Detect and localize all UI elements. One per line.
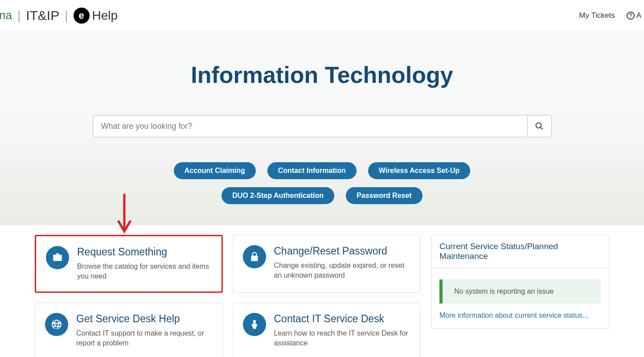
- card-desc: Contact IT support to make a request, or…: [76, 328, 213, 349]
- pill-account-claiming[interactable]: Account Claiming: [174, 162, 256, 179]
- org-logo-partial: na: [0, 8, 12, 22]
- svg-point-0: [536, 123, 541, 128]
- globe-icon: [45, 313, 68, 336]
- pill-password-reset[interactable]: Password Reset: [346, 187, 422, 204]
- card-body: Get Service Desk Help Contact IT support…: [76, 313, 213, 349]
- briefcase-icon: [46, 246, 69, 269]
- card-title: Request Something: [77, 246, 212, 258]
- hero-banner: Information Technology Account Claiming …: [0, 31, 644, 225]
- card-request-something[interactable]: Request Something Browse the catalog for…: [35, 235, 223, 293]
- my-tickets-link[interactable]: My Tickets: [579, 11, 615, 20]
- card-desc: Change existing, update expired, or rese…: [274, 261, 410, 281]
- card-desc: Browse the catalog for services and item…: [77, 262, 212, 282]
- divider: |: [17, 8, 21, 23]
- header-left: na | IT&IP | e Help: [0, 8, 118, 24]
- help-link[interactable]: ? A: [627, 11, 641, 20]
- card-change-reset-password[interactable]: Change/Reset Password Change existing, u…: [233, 235, 421, 293]
- ehelp-badge-icon: e: [74, 8, 90, 24]
- pill-duo-2step[interactable]: DUO 2-Step Authentication: [222, 187, 334, 204]
- ehelp-link[interactable]: e Help: [74, 8, 118, 24]
- content: Request Something Browse the catalog for…: [0, 225, 644, 357]
- person-icon: [243, 313, 266, 336]
- dept-link[interactable]: IT&IP: [26, 8, 59, 23]
- help-label-partial: A: [636, 11, 641, 20]
- service-status-panel: Current Service Status/Planned Maintenan…: [431, 235, 609, 329]
- header-right: My Tickets ? A: [579, 11, 644, 20]
- card-body: Change/Reset Password Change existing, u…: [274, 245, 410, 283]
- card-desc: Learn how to reach the IT service Desk f…: [274, 328, 410, 349]
- ehelp-text: Help: [92, 8, 118, 23]
- card-body: Request Something Browse the catalog for…: [77, 246, 212, 282]
- panel-title: Current Service Status/Planned Maintenan…: [431, 235, 609, 268]
- search-row: [93, 115, 552, 137]
- header-bar: na | IT&IP | e Help My Tickets ? A: [0, 0, 644, 31]
- page-title: Information Technology: [191, 62, 453, 88]
- quick-links: Account Claiming Contact Information Wir…: [113, 162, 532, 204]
- card-get-service-desk-help[interactable]: Get Service Desk Help Contact IT support…: [35, 303, 223, 357]
- search-input[interactable]: [93, 115, 528, 137]
- svg-line-1: [541, 127, 543, 130]
- side-column: Current Service Status/Planned Maintenan…: [431, 235, 609, 357]
- card-contact-it-service-desk[interactable]: Contact IT Service Desk Learn how to rea…: [233, 303, 421, 357]
- search-icon: [535, 122, 544, 131]
- divider: |: [65, 8, 68, 23]
- search-button[interactable]: [528, 115, 552, 137]
- status-message: No system is reporting an issue: [439, 279, 601, 304]
- card-title: Change/Reset Password: [274, 245, 410, 257]
- more-status-link[interactable]: More information about current service s…: [431, 312, 609, 328]
- pill-wireless-access[interactable]: Wireless Access Set-Up: [368, 162, 471, 179]
- svg-point-4: [253, 320, 255, 322]
- pill-contact-information[interactable]: Contact Information: [267, 162, 357, 179]
- card-title: Contact IT Service Desk: [274, 313, 410, 325]
- question-circle-icon: ?: [627, 12, 635, 20]
- card-title: Get Service Desk Help: [76, 313, 213, 325]
- cards-grid: Request Something Browse the catalog for…: [35, 235, 420, 357]
- lock-icon: [243, 245, 266, 268]
- card-body: Contact IT Service Desk Learn how to rea…: [274, 313, 410, 349]
